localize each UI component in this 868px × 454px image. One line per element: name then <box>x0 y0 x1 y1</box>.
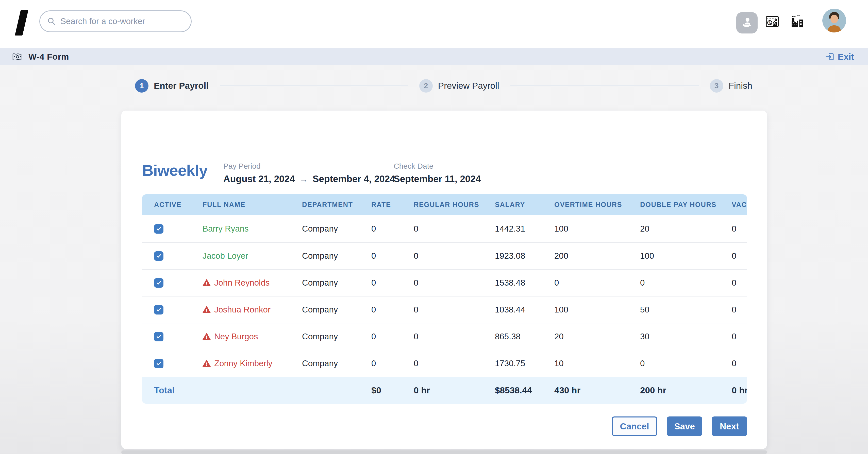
warning-icon <box>203 333 211 340</box>
check-date-label: Check Date <box>394 162 481 170</box>
employee-name-link[interactable]: John Reynolds <box>203 278 302 288</box>
horizontal-scrollbar[interactable] <box>121 450 767 454</box>
total-overtime-hours: 430 hr <box>554 385 640 395</box>
column-header: OVERTIME HOURS <box>554 201 640 209</box>
payroll-table: ACTIVEFULL NAMEDEPARTMENTRATEREGULAR HOU… <box>142 194 747 404</box>
salary-cell: 1923.08 <box>495 251 554 261</box>
next-button[interactable]: Next <box>712 417 747 436</box>
salary-cell: 1442.31 <box>495 224 554 234</box>
vacation-hours-cell: 0 <box>732 359 747 368</box>
payroll-card: Biweekly Pay Period August 21, 2024 → Se… <box>121 110 767 449</box>
salary-cell: 1038.44 <box>495 305 554 315</box>
step-enter-payroll[interactable]: 1 Enter Payroll <box>135 79 209 93</box>
rate-cell: 0 <box>371 251 414 261</box>
double-pay-hours-cell: 50 <box>640 305 732 315</box>
checkmark-icon <box>156 253 162 259</box>
payroll-chart-icon[interactable]: $ <box>766 15 779 28</box>
active-checkbox[interactable] <box>154 305 163 315</box>
vacation-hours-cell: 0 <box>732 305 747 315</box>
active-checkbox[interactable] <box>154 359 163 368</box>
salary-cell: 1538.48 <box>495 278 554 288</box>
step-3-number: 3 <box>710 79 723 93</box>
factory-icon[interactable] <box>790 14 804 28</box>
rate-cell: 0 <box>371 278 414 288</box>
table-row: John Reynolds Company 0 0 1538.48 0 0 0 <box>142 269 747 296</box>
employee-name-link[interactable]: Barry Ryans <box>203 224 302 234</box>
employee-name-link[interactable]: Zonny Kimberly <box>203 359 302 368</box>
active-checkbox[interactable] <box>154 332 163 342</box>
employee-name: Zonny Kimberly <box>214 359 272 368</box>
table-row: Joshua Ronkor Company 0 0 1038.44 100 50… <box>142 296 747 323</box>
employee-name: Ney Burgos <box>214 332 258 342</box>
check-date-value: September 11, 2024 <box>394 174 481 184</box>
total-regular-hours: 0 hr <box>414 385 495 395</box>
double-pay-hours-cell: 0 <box>640 278 732 288</box>
department-cell: Company <box>302 251 371 261</box>
regular-hours-cell: 0 <box>414 251 495 261</box>
step-preview-payroll[interactable]: 2 Preview Payroll <box>419 79 499 93</box>
table-body: Barry Ryans Company 0 0 1442.31 100 20 0… <box>142 215 747 377</box>
check-date-block: Check Date September 11, 2024 <box>394 162 481 184</box>
table-total-row: Total $0 0 hr $8538.44 430 hr 200 hr 0 h… <box>142 377 747 404</box>
department-cell: Company <box>302 278 371 288</box>
total-vacation-hours: 0 hr <box>732 385 747 395</box>
active-checkbox[interactable] <box>154 278 163 288</box>
table-row: Jacob Loyer Company 0 0 1923.08 200 100 … <box>142 242 747 269</box>
employee-name: John Reynolds <box>214 278 270 288</box>
table-header-row: ACTIVEFULL NAMEDEPARTMENTRATEREGULAR HOU… <box>142 194 747 215</box>
pay-period-block: Pay Period August 21, 2024 → September 4… <box>223 162 395 184</box>
search-box[interactable] <box>39 10 192 32</box>
form-banner: W-4 Form Exit <box>0 48 868 65</box>
exit-label: Exit <box>838 52 854 62</box>
search-icon <box>47 17 56 26</box>
regular-hours-cell: 0 <box>414 305 495 315</box>
rate-cell: 0 <box>371 332 414 342</box>
rate-cell: 0 <box>371 359 414 368</box>
column-header: RATE <box>371 201 414 209</box>
total-double-pay-hours: 200 hr <box>640 385 732 395</box>
save-button[interactable]: Save <box>667 417 702 436</box>
user-avatar[interactable] <box>822 9 846 32</box>
hand-holding-person-icon[interactable] <box>736 12 757 33</box>
svg-text:$: $ <box>769 20 771 25</box>
employee-name: Barry Ryans <box>203 224 249 234</box>
column-header: REGULAR HOURS <box>414 201 495 209</box>
column-header: SALARY <box>495 201 554 209</box>
employee-name: Joshua Ronkor <box>214 305 271 315</box>
step-1-number: 1 <box>135 79 149 93</box>
department-cell: Company <box>302 332 371 342</box>
step-1-label: Enter Payroll <box>154 80 209 91</box>
step-2-number: 2 <box>419 79 433 93</box>
column-header: DOUBLE PAY HOURS <box>640 201 732 209</box>
department-cell: Company <box>302 359 371 368</box>
step-2-label: Preview Payroll <box>438 80 499 91</box>
vacation-hours-cell: 0 <box>732 278 747 288</box>
column-header: DEPARTMENT <box>302 201 371 209</box>
active-checkbox[interactable] <box>154 251 163 261</box>
search-input[interactable] <box>60 17 184 26</box>
wizard-stepper: 1 Enter Payroll 2 Preview Payroll 3 Fini… <box>135 78 752 93</box>
employee-name-link[interactable]: Ney Burgos <box>203 332 302 342</box>
department-cell: Company <box>302 224 371 234</box>
pay-frequency: Biweekly <box>142 161 207 179</box>
cancel-button[interactable]: Cancel <box>612 417 657 436</box>
exit-button[interactable]: Exit <box>825 48 854 65</box>
rate-cell: 0 <box>371 305 414 315</box>
table-row: Barry Ryans Company 0 0 1442.31 100 20 0 <box>142 215 747 242</box>
step-connector <box>510 86 699 86</box>
step-finish[interactable]: 3 Finish <box>710 79 752 93</box>
banknote-icon <box>12 53 23 61</box>
table-row: Ney Burgos Company 0 0 865.38 20 30 0 <box>142 323 747 350</box>
salary-cell: 1730.75 <box>495 359 554 368</box>
warning-icon <box>203 360 211 367</box>
column-header: VAC <box>732 201 747 209</box>
exit-icon <box>825 52 835 61</box>
checkmark-icon <box>156 333 162 339</box>
warning-icon <box>203 306 211 314</box>
table-row: Zonny Kimberly Company 0 0 1730.75 10 0 … <box>142 350 747 377</box>
employee-name-link[interactable]: Joshua Ronkor <box>203 305 302 315</box>
employee-name-link[interactable]: Jacob Loyer <box>203 251 302 261</box>
column-header: ACTIVE <box>154 201 203 209</box>
active-checkbox[interactable] <box>154 224 163 234</box>
department-cell: Company <box>302 305 371 315</box>
